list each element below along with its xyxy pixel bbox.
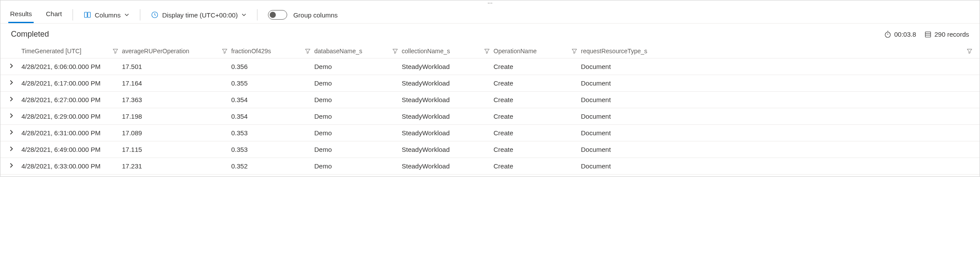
group-columns-toggle[interactable]: [268, 10, 287, 20]
cell-opname: Create: [493, 113, 581, 120]
column-header-collname[interactable]: collectionName_s: [402, 48, 493, 55]
cell-avgru: 17.115: [122, 146, 231, 153]
cell-collname: SteadyWorkload: [402, 129, 493, 137]
results-table: TimeGenerated [UTC] averageRUPerOperatio…: [0, 44, 980, 176]
filter-icon[interactable]: [222, 48, 228, 54]
cell-time: 4/28/2021, 6:31:00.000 PM: [21, 129, 122, 137]
cell-resourcetype: Document: [581, 113, 976, 120]
cell-collname: SteadyWorkload: [402, 146, 493, 153]
cell-opname: Create: [493, 162, 581, 170]
columns-icon: [83, 11, 91, 19]
table-row[interactable]: 4/28/2021, 6:33:00.000 PM 17.231 0.352 D…: [0, 158, 980, 175]
cell-avgru: 17.363: [122, 96, 231, 103]
cell-opname: Create: [493, 96, 581, 103]
columns-label: Columns: [95, 11, 121, 19]
cell-opname: Create: [493, 129, 581, 137]
status-elapsed-value: 00:03.8: [894, 31, 916, 38]
chevron-right-icon[interactable]: [8, 79, 14, 86]
cell-fraction429: 0.356: [231, 63, 314, 70]
filter-icon[interactable]: [484, 48, 490, 54]
cell-avgru: 17.501: [122, 63, 231, 70]
cell-dbname: Demo: [314, 96, 402, 103]
cell-opname: Create: [493, 79, 581, 87]
chevron-right-icon[interactable]: [8, 63, 14, 69]
cell-fraction429: 0.355: [231, 79, 314, 87]
table-row[interactable]: 4/28/2021, 6:17:00.000 PM 17.164 0.355 D…: [0, 75, 980, 92]
toolbar: Results Chart Columns Display time (UTC+…: [0, 5, 980, 24]
cell-collname: SteadyWorkload: [402, 79, 493, 87]
table-row[interactable]: 4/28/2021, 6:29:00.000 PM 17.198 0.354 D…: [0, 108, 980, 125]
status-text: Completed: [11, 30, 884, 39]
cell-fraction429: 0.353: [231, 146, 314, 153]
separator: [257, 9, 257, 21]
overflow-menu[interactable]: ···: [0, 0, 980, 5]
cell-collname: SteadyWorkload: [402, 96, 493, 103]
cell-time: 4/28/2021, 6:29:00.000 PM: [21, 113, 122, 120]
cell-collname: SteadyWorkload: [402, 113, 493, 120]
clock-icon: [151, 11, 159, 19]
cell-dbname: Demo: [314, 129, 402, 137]
cell-collname: SteadyWorkload: [402, 63, 493, 70]
cell-time: 4/28/2021, 6:27:00.000 PM: [21, 96, 122, 103]
cell-resourcetype: Document: [581, 129, 976, 137]
cell-dbname: Demo: [314, 113, 402, 120]
cell-time: 4/28/2021, 6:49:00.000 PM: [21, 146, 122, 153]
table-row[interactable]: 4/28/2021, 6:31:00.000 PM 17.089 0.353 D…: [0, 125, 980, 141]
cell-fraction429: 0.354: [231, 113, 314, 120]
filter-icon[interactable]: [392, 48, 398, 54]
filter-icon[interactable]: [305, 48, 311, 54]
cell-resourcetype: Document: [581, 63, 976, 70]
table-row[interactable]: 4/28/2021, 6:06:00.000 PM 17.501 0.356 D…: [0, 58, 980, 75]
chevron-down-icon: [241, 12, 247, 17]
column-header-timegenerated[interactable]: TimeGenerated [UTC]: [21, 48, 122, 55]
separator: [140, 9, 140, 21]
group-columns-toggle-group: Group columns: [266, 7, 340, 22]
column-header-opname[interactable]: OperationName: [493, 48, 581, 55]
cell-resourcetype: Document: [581, 162, 976, 170]
table-header-row: TimeGenerated [UTC] averageRUPerOperatio…: [0, 44, 980, 58]
group-columns-label: Group columns: [293, 11, 338, 19]
filter-icon[interactable]: [112, 48, 118, 54]
cell-fraction429: 0.352: [231, 162, 314, 170]
chevron-right-icon[interactable]: [8, 129, 14, 135]
cell-resourcetype: Document: [581, 79, 976, 87]
cell-time: 4/28/2021, 6:33:00.000 PM: [21, 162, 122, 170]
cell-fraction429: 0.354: [231, 96, 314, 103]
chevron-right-icon[interactable]: [8, 113, 14, 119]
column-header-fraction429[interactable]: fractionOf429s: [231, 48, 314, 55]
cell-opname: Create: [493, 146, 581, 153]
cell-dbname: Demo: [314, 146, 402, 153]
cell-dbname: Demo: [314, 63, 402, 70]
cell-avgru: 17.198: [122, 113, 231, 120]
status-bar: Completed 00:03.8 290 records: [0, 24, 980, 44]
chevron-right-icon[interactable]: [8, 162, 14, 168]
chevron-right-icon[interactable]: [8, 96, 14, 102]
table-row[interactable]: 4/28/2021, 6:27:00.000 PM 17.363 0.354 D…: [0, 92, 980, 108]
chevron-right-icon[interactable]: [8, 146, 14, 152]
cell-avgru: 17.231: [122, 162, 231, 170]
cell-resourcetype: Document: [581, 146, 976, 153]
column-header-resourcetype[interactable]: requestResourceType_s: [581, 48, 976, 55]
filter-icon[interactable]: [966, 48, 973, 54]
chevron-down-icon: [124, 12, 129, 17]
tab-results[interactable]: Results: [8, 7, 34, 23]
cell-time: 4/28/2021, 6:17:00.000 PM: [21, 79, 122, 87]
display-time-button[interactable]: Display time (UTC+00:00): [149, 8, 248, 21]
svg-rect-4: [925, 32, 931, 37]
separator: [73, 9, 73, 21]
display-time-label: Display time (UTC+00:00): [162, 11, 238, 19]
tabs-list: Results Chart: [8, 7, 64, 23]
filter-icon[interactable]: [571, 48, 577, 54]
status-elapsed: 00:03.8: [884, 31, 916, 38]
columns-button[interactable]: Columns: [82, 8, 131, 21]
status-records: 290 records: [924, 31, 969, 38]
cell-collname: SteadyWorkload: [402, 162, 493, 170]
column-header-dbname[interactable]: databaseName_s: [314, 48, 402, 55]
column-header-avgru[interactable]: averageRUPerOperation: [122, 48, 231, 55]
cell-avgru: 17.164: [122, 79, 231, 87]
cell-dbname: Demo: [314, 162, 402, 170]
cell-fraction429: 0.353: [231, 129, 314, 137]
table-row[interactable]: 4/28/2021, 6:49:00.000 PM 17.115 0.353 D…: [0, 141, 980, 158]
svg-rect-0: [84, 12, 87, 17]
tab-chart[interactable]: Chart: [44, 7, 64, 23]
